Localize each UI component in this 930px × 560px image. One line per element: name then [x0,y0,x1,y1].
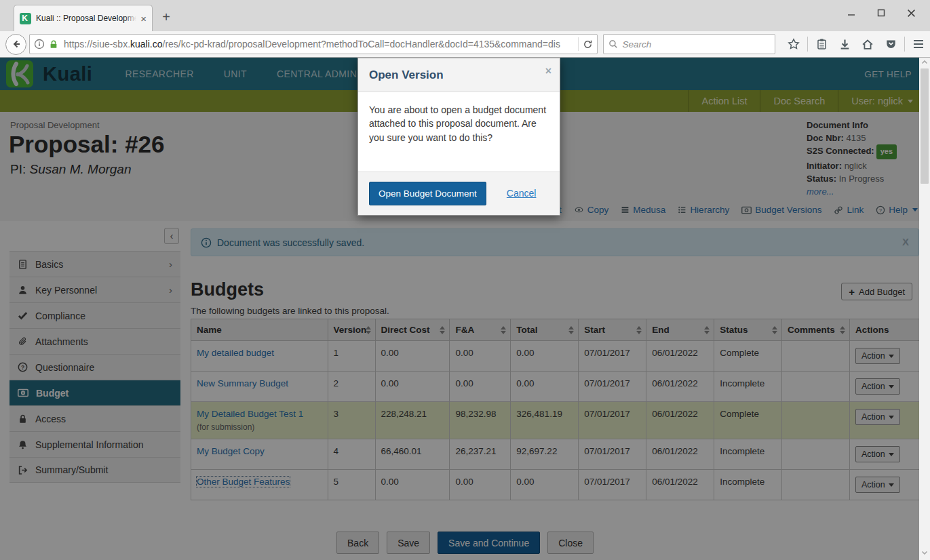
home-icon[interactable] [856,39,879,50]
open-budget-document-button[interactable]: Open Budget Document [369,182,486,205]
open-version-dialog: Open Version × You are about to open a b… [357,58,560,216]
menu-hamburger-icon[interactable] [907,39,930,49]
dialog-footer: Open Budget Document Cancel [358,172,560,215]
downloads-icon[interactable] [833,39,856,50]
search-input[interactable] [622,39,770,49]
bookmark-star-icon[interactable] [782,38,805,50]
bookmarks-clipboard-icon[interactable] [810,38,833,50]
pocket-icon[interactable] [879,39,902,49]
tab-title: Kuali :: Proposal Developme [36,14,136,23]
dialog-close-icon[interactable]: × [545,65,551,77]
dialog-title: Open Version [369,68,444,81]
search-icon [608,39,618,49]
tab-strip: K Kuali :: Proposal Developme × + [0,0,930,31]
scroll-up-icon[interactable] [919,59,930,68]
window-minimize-button[interactable] [836,4,866,22]
urlbar-divider [578,37,579,51]
page-info-icon[interactable] [34,39,45,49]
reload-icon[interactable] [583,39,593,49]
kuali-favicon-icon: K [20,13,31,24]
url-bar[interactable]: https://siue-sbx.kuali.co/res/kc-pd-krad… [29,34,598,54]
toolbar-divider [904,37,905,52]
back-button[interactable] [5,34,26,55]
new-tab-button[interactable]: + [157,9,175,25]
browser-navbar: https://siue-sbx.kuali.co/res/kc-pd-krad… [0,31,930,58]
browser-tab[interactable]: K Kuali :: Proposal Developme × [14,5,153,31]
dialog-header: Open Version × [358,58,560,92]
scrollbar-thumb[interactable] [921,68,929,184]
scrollbar[interactable] [919,58,930,560]
toolbar-divider [807,37,808,52]
browser-chrome: K Kuali :: Proposal Developme × + https:… [0,0,930,58]
window-maximize-button[interactable] [866,4,896,22]
scroll-down-icon[interactable] [919,549,930,559]
window-close-button[interactable] [896,4,926,22]
page-viewport: Kuali RESEARCHER UNIT CENTRAL ADMIN COI … [0,58,930,560]
url-text[interactable]: https://siue-sbx.kuali.co/res/kc-pd-krad… [64,39,574,49]
cancel-link[interactable]: Cancel [507,188,537,199]
dialog-body-text: You are about to open a budget document … [358,92,560,172]
tab-close-icon[interactable]: × [140,13,147,24]
https-padlock-icon[interactable] [49,39,58,49]
search-box[interactable] [603,34,775,54]
